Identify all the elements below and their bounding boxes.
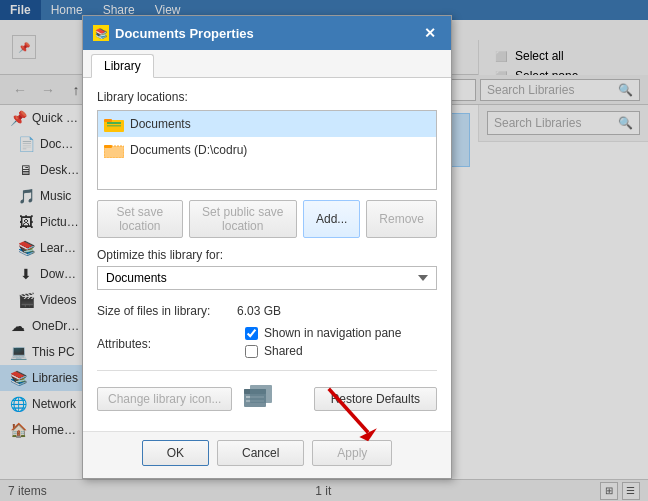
dialog-content: Library locations: Documents (83, 78, 451, 431)
location-item-documents[interactable]: Documents (98, 111, 436, 137)
bottom-btn-row: Change library icon... Restore Defaults (97, 379, 437, 419)
dialog-overlay: 📚 Documents Properties ✕ Library Library… (0, 0, 648, 501)
dialog-close-btn[interactable]: ✕ (419, 22, 441, 44)
checkboxes-group: Shown in navigation pane Shared (237, 326, 401, 362)
shown-in-nav-checkbox[interactable] (245, 327, 258, 340)
apply-btn[interactable]: Apply (312, 440, 392, 466)
dialog-titlebar-left: 📚 Documents Properties (93, 25, 254, 41)
location-item-documents-codru[interactable]: Documents (D:\codru) (98, 137, 436, 163)
svg-rect-19 (107, 125, 121, 127)
shared-row: Shared (245, 344, 401, 358)
set-public-save-btn[interactable]: Set public save location (189, 200, 297, 238)
library-tab[interactable]: Library (91, 54, 154, 78)
shown-in-nav-row: Shown in navigation pane (245, 326, 401, 340)
location-text-2: Documents (D:\codru) (130, 143, 247, 157)
restore-defaults-btn[interactable]: Restore Defaults (314, 387, 437, 411)
library-icon-preview (240, 379, 280, 419)
location-text-1: Documents (130, 117, 191, 131)
svg-rect-18 (107, 122, 121, 124)
remove-location-btn[interactable]: Remove (366, 200, 437, 238)
add-location-btn[interactable]: Add... (303, 200, 360, 238)
dialog-title-icon: 📚 (93, 25, 109, 41)
location-folder-icon-2 (104, 140, 124, 160)
optimize-select[interactable]: Documents (97, 266, 437, 290)
cancel-btn[interactable]: Cancel (217, 440, 304, 466)
size-value: 6.03 GB (237, 304, 281, 318)
library-locations-label: Library locations: (97, 90, 437, 104)
size-label: Size of files in library: (97, 304, 237, 318)
dialog-tabs: Library (83, 50, 451, 78)
shown-in-nav-label: Shown in navigation pane (264, 326, 401, 340)
change-icon-btn[interactable]: Change library icon... (97, 387, 232, 411)
ok-btn[interactable]: OK (142, 440, 209, 466)
dialog-title-text: Documents Properties (115, 26, 254, 41)
documents-properties-dialog: 📚 Documents Properties ✕ Library Library… (82, 15, 452, 479)
locations-listbox: Documents Documents (D:\codru) (97, 110, 437, 190)
optimize-label: Optimize this library for: (97, 248, 437, 262)
attributes-label: Attributes: (97, 337, 237, 351)
svg-rect-21 (104, 145, 112, 148)
set-save-location-btn[interactable]: Set save location (97, 200, 183, 238)
location-folder-icon-1 (104, 114, 124, 134)
shared-label: Shared (264, 344, 303, 358)
svg-rect-17 (104, 119, 112, 122)
svg-rect-26 (250, 385, 272, 403)
location-btn-row: Set save location Set public save locati… (97, 200, 437, 238)
shared-checkbox[interactable] (245, 345, 258, 358)
size-row: Size of files in library: 6.03 GB (97, 304, 437, 318)
dialog-footer: OK Cancel Apply (83, 431, 451, 478)
attributes-row: Attributes: Shown in navigation pane Sha… (97, 326, 437, 362)
divider (97, 370, 437, 371)
dialog-titlebar: 📚 Documents Properties ✕ (83, 16, 451, 50)
